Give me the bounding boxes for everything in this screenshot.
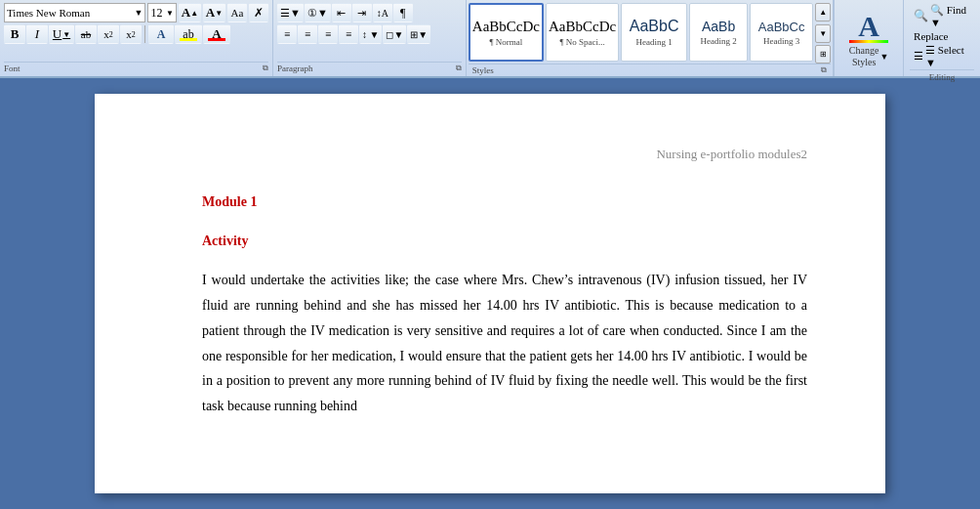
numbered-list-button[interactable]: ①▼	[305, 3, 331, 22]
border-button[interactable]: ⊞▼	[407, 24, 430, 44]
module-heading: Module 1	[202, 190, 807, 215]
change-case-button[interactable]: Aa	[227, 3, 247, 22]
style-heading3[interactable]: AaBbCc Heading 3	[750, 3, 813, 62]
no-spacing-label: ¶ No Spaci...	[559, 37, 604, 47]
sort-button[interactable]: ↕A	[373, 3, 392, 22]
find-button[interactable]: 🔍 🔍 Find ▼	[910, 3, 974, 29]
bold-button[interactable]: B	[4, 24, 25, 44]
font-name-dropdown[interactable]: Times New Roman ▼	[4, 3, 145, 22]
clear-formatting-button[interactable]: ✗	[249, 3, 268, 22]
align-right-button[interactable]: ≡	[318, 24, 338, 44]
styles-section-label: Styles	[472, 65, 494, 75]
change-styles-label: ChangeStyles	[849, 45, 879, 68]
justify-button[interactable]: ≡	[339, 24, 358, 44]
italic-button[interactable]: I	[26, 24, 48, 44]
styles-gallery: AaBbCcDc ¶ Normal AaBbCcDc ¶ No Spaci...	[469, 3, 813, 64]
document-body[interactable]: I would undertake the activities like; t…	[202, 268, 807, 419]
styles-expand-icon[interactable]: ⧉	[821, 65, 827, 75]
heading3-label: Heading 3	[763, 36, 799, 46]
font-group: Times New Roman ▼ 12 ▼ A▲ A▼ Aa ✗	[0, 0, 273, 76]
find-icon: 🔍	[914, 9, 928, 23]
indent-button[interactable]: ⇥	[352, 3, 372, 22]
separator	[144, 25, 145, 43]
document-header: Nursing e-portfolio modules2	[202, 143, 807, 166]
text-highlight-button[interactable]: ab	[175, 24, 202, 44]
app-window: Times New Roman ▼ 12 ▼ A▲ A▼ Aa ✗	[0, 0, 980, 509]
ribbon: Times New Roman ▼ 12 ▼ A▲ A▼ Aa ✗	[0, 0, 980, 78]
show-marks-button[interactable]: ¶	[393, 3, 413, 22]
change-styles-icon: A	[849, 8, 888, 45]
style-no-spacing[interactable]: AaBbCcDc ¶ No Spaci...	[546, 3, 619, 62]
normal-style-label: ¶ Normal	[489, 37, 522, 47]
font-color-button[interactable]: A	[203, 24, 230, 44]
text-effects-button[interactable]: A	[148, 24, 174, 44]
style-normal[interactable]: AaBbCcDc ¶ Normal	[469, 3, 544, 62]
styles-scroll-arrows: ▲ ▼ ⊞	[815, 3, 831, 64]
align-center-button[interactable]: ≡	[298, 24, 317, 44]
outdent-button[interactable]: ⇤	[332, 3, 351, 22]
styles-more[interactable]: ⊞	[815, 45, 831, 64]
replace-button[interactable]: Replace	[910, 29, 974, 43]
font-shrink-button[interactable]: A▼	[203, 3, 225, 22]
document-area: Nursing e-portfolio modules2 Module 1 Ac…	[0, 78, 980, 509]
select-icon: ☰	[914, 50, 923, 63]
line-spacing-button[interactable]: ↕ ▼	[359, 24, 382, 44]
style-heading1[interactable]: AaBbC Heading 1	[621, 3, 687, 62]
paragraph-expand-icon[interactable]: ⧉	[456, 64, 462, 73]
editing-group: 🔍 🔍 Find ▼ Replace ☰ ☰ Select ▼ Editing	[904, 0, 980, 76]
editing-label: Editing	[929, 72, 956, 82]
styles-scroll-down[interactable]: ▼	[815, 24, 831, 43]
superscript-button[interactable]: x2	[120, 24, 142, 44]
paragraph-group: ☰▼ ①▼ ⇤ ⇥ ↕A ¶ ≡ ≡ ≡ ≡ ↕ ▼	[273, 0, 467, 76]
font-expand-icon[interactable]: ⧉	[263, 64, 268, 73]
shading-button[interactable]: ◻▼	[383, 24, 406, 44]
strikethrough-button[interactable]: ab	[75, 24, 97, 44]
font-size-dropdown[interactable]: 12 ▼	[147, 3, 177, 22]
align-left-button[interactable]: ≡	[277, 24, 297, 44]
activity-heading: Activity	[202, 229, 807, 254]
font-grow-button[interactable]: A▲	[179, 3, 201, 22]
document-page[interactable]: Nursing e-portfolio modules2 Module 1 Ac…	[95, 94, 885, 493]
paragraph-section-label: Paragraph	[277, 64, 312, 73]
change-styles-button[interactable]: A ChangeStyles ▼	[834, 0, 904, 76]
styles-group: AaBbCcDc ¶ Normal AaBbCcDc ¶ No Spaci...	[467, 0, 834, 76]
ribbon-body: Times New Roman ▼ 12 ▼ A▲ A▼ Aa ✗	[0, 0, 980, 76]
select-button[interactable]: ☰ ☰ Select ▼	[910, 43, 974, 69]
heading1-label: Heading 1	[636, 37, 673, 47]
heading2-label: Heading 2	[701, 36, 737, 46]
style-heading2[interactable]: AaBb Heading 2	[689, 3, 748, 62]
subscript-button[interactable]: x2	[98, 24, 119, 44]
bullet-list-button[interactable]: ☰▼	[277, 3, 304, 22]
styles-scroll-up[interactable]: ▲	[815, 3, 831, 21]
font-section-label: Font	[4, 64, 20, 73]
underline-button[interactable]: U▼	[49, 24, 74, 44]
